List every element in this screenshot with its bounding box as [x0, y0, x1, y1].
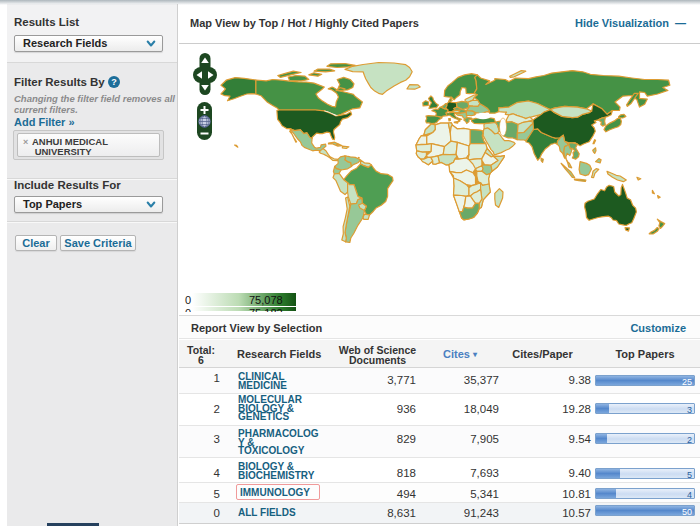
- svg-text:?: ?: [111, 77, 117, 87]
